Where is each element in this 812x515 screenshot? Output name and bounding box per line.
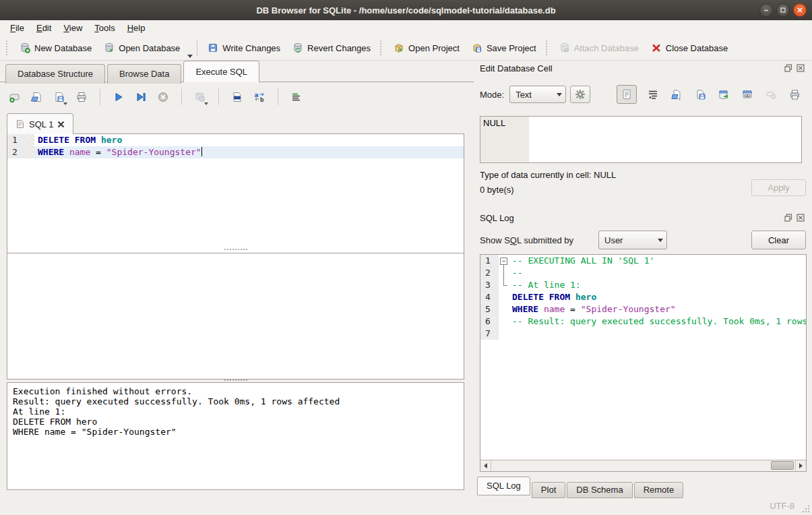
menu-tools[interactable]: Tools [88, 22, 121, 34]
submitted-by-select[interactable]: User [598, 231, 667, 249]
scroll-right-arrow[interactable] [795, 460, 806, 471]
open-sql-file-button[interactable] [29, 89, 45, 105]
sql-tab[interactable]: SQL 1 [7, 113, 73, 134]
export-data-button[interactable] [693, 87, 708, 102]
splitter-handle[interactable] [7, 247, 464, 252]
scrollbar-thumb[interactable] [771, 461, 794, 470]
tab-plot[interactable]: Plot [532, 482, 565, 498]
write-changes-button[interactable]: Write Changes [201, 39, 286, 57]
sql-log-view[interactable]: 1-- EXECUTING ALL IN 'SQL 1'2--3-- At li… [480, 254, 807, 472]
sql-log-dock-titlebar: SQL Log [480, 212, 805, 224]
open-project-button[interactable]: Open Project [387, 39, 466, 57]
print-cell-button[interactable] [787, 87, 802, 102]
filter-label: Show SQL submitted by [480, 235, 573, 245]
menu-view[interactable]: View [57, 22, 88, 34]
save-results-dropdown [204, 102, 208, 105]
revert-changes-button[interactable]: Revert Changes [286, 39, 377, 57]
tab-remote[interactable]: Remote [634, 482, 684, 498]
open-database-button[interactable]: Open Database [98, 39, 186, 57]
import-data-button[interactable] [669, 87, 684, 102]
mode-select[interactable]: Text [509, 86, 566, 103]
float-dock-button[interactable] [784, 214, 793, 222]
new-database-label: New Database [34, 43, 92, 53]
save-project-label: Save Project [487, 43, 536, 53]
minimize-icon [762, 6, 770, 14]
open-project-label: Open Project [408, 43, 460, 53]
svg-text:a: a [255, 92, 259, 98]
word-wrap-icon [648, 89, 658, 100]
menu-edit[interactable]: Edit [30, 22, 57, 34]
close-button[interactable] [793, 3, 807, 17]
execution-message-pane[interactable]: Execution finished without errors. Resul… [7, 382, 464, 490]
format-icon [290, 91, 303, 103]
chevron-down-icon [654, 239, 666, 242]
float-dock-button[interactable] [784, 64, 793, 73]
open-database-icon [104, 42, 115, 53]
word-wrap-button[interactable] [646, 87, 660, 102]
close-tab-icon[interactable] [57, 121, 65, 128]
save-project-icon [472, 42, 482, 53]
tab-browse-data[interactable]: Browse Data [107, 64, 181, 84]
code-line: 5WHERE name = "Spider-Youngster" [480, 303, 806, 315]
open-url-icon [742, 89, 753, 100]
revert-changes-icon [292, 42, 303, 53]
minimize-button[interactable] [759, 3, 773, 17]
replace-button[interactable]: ab [251, 89, 268, 105]
set-null-icon [766, 89, 777, 100]
text-mode-button[interactable] [617, 85, 637, 104]
cell-value-editor[interactable]: NULL [480, 116, 802, 163]
open-url-button[interactable] [740, 87, 755, 102]
save-sql-file-button[interactable] [51, 89, 67, 105]
new-tab-icon [9, 91, 21, 103]
write-changes-icon [208, 42, 218, 53]
svg-text:b: b [260, 96, 264, 103]
auto-switch-mode-button[interactable] [570, 86, 590, 103]
text-cursor [201, 147, 202, 156]
tab-execute-sql[interactable]: Execute SQL [183, 61, 259, 82]
results-pane[interactable] [7, 253, 464, 380]
resize-grip[interactable] [802, 505, 810, 513]
toolbar-grip [546, 40, 550, 55]
tab-sql-log[interactable]: SQL Log [477, 477, 530, 495]
save-project-button[interactable]: Save Project [466, 39, 542, 57]
log-horizontal-scrollbar[interactable] [480, 460, 806, 471]
encoding-indicator[interactable]: UTF-8 [770, 501, 794, 511]
edit-cell-icon-toolbar [617, 85, 802, 104]
code-line: 7 [480, 328, 806, 340]
tab-database-structure[interactable]: Database Structure [5, 64, 105, 84]
float-icon [784, 64, 792, 72]
window-title: DB Browser for SQLite - /home/user/code/… [256, 5, 555, 16]
clear-log-button[interactable]: Clear [751, 231, 806, 249]
execute-line-button[interactable] [133, 89, 149, 105]
toolbar-grip[interactable] [6, 40, 10, 55]
find-button[interactable] [229, 89, 245, 105]
save-sql-dropdown[interactable] [63, 102, 67, 105]
close-dock-button[interactable] [796, 214, 805, 222]
sql-tab-bar: SQL 1 [7, 113, 73, 134]
close-dock-button[interactable] [796, 64, 805, 73]
open-external-button[interactable] [716, 87, 731, 102]
format-button[interactable] [288, 89, 305, 105]
maximize-button[interactable] [776, 3, 790, 17]
dock-close-icon [797, 214, 805, 222]
close-database-label: Close Database [666, 43, 728, 53]
execute-all-icon [113, 91, 125, 103]
new-database-button[interactable]: New Database [13, 39, 98, 57]
edit-cell-mode-row: Mode: Text [480, 85, 806, 104]
menu-file[interactable]: File [4, 22, 30, 34]
attach-database-button: Attach Database [553, 39, 645, 57]
menu-help[interactable]: Help [121, 22, 152, 34]
tab-db-schema[interactable]: DB Schema [567, 482, 632, 498]
execute-all-button[interactable] [111, 89, 127, 105]
sql-tab-label: SQL 1 [29, 119, 53, 129]
titlebar: DB Browser for SQLite - /home/user/code/… [0, 0, 812, 20]
scroll-left-arrow[interactable] [480, 460, 491, 471]
open-database-dropdown[interactable] [187, 55, 193, 58]
close-database-button[interactable]: Close Database [645, 39, 735, 57]
new-tab-button[interactable] [7, 89, 23, 105]
apply-button: Apply [751, 179, 806, 196]
toolbar-grip[interactable] [380, 40, 384, 55]
print-button[interactable] [73, 89, 90, 105]
separator [181, 89, 182, 105]
edit-cell-title: Edit Database Cell [480, 63, 553, 73]
